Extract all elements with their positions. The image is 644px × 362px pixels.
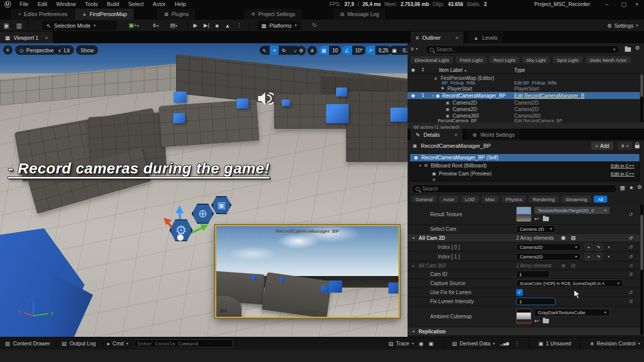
cat-all[interactable]: All (594, 196, 607, 203)
pick-actor-icon[interactable]: ⌖ (585, 253, 593, 260)
folder-icon[interactable] (625, 47, 631, 52)
show-dropdown[interactable]: Show (76, 45, 98, 55)
unsaved-button[interactable]: ▣ 1 Unsaved (538, 340, 571, 346)
tab-outliner[interactable]: ≡ Outliner × (411, 32, 463, 43)
perspective-dropdown[interactable]: ◇ Perspective (15, 45, 58, 55)
expand-chevron-icon[interactable]: ▾ (432, 94, 434, 98)
reset-icon[interactable]: ↺ (629, 290, 633, 295)
add-array-element-icon[interactable]: ⊕ (561, 235, 566, 241)
output-log-button[interactable]: ▤ Output Log (61, 340, 96, 346)
use-selected-asset-icon[interactable]: ↩ (534, 318, 539, 324)
menu-build[interactable]: Build (103, 0, 124, 9)
select-cam-dropdown[interactable]: Camera 2D ▾ (516, 225, 555, 233)
eyedropper-icon[interactable]: ✎ (595, 253, 603, 260)
play-button[interactable]: ▶ (190, 22, 200, 29)
content-import-icon[interactable]: ▥ (13, 22, 25, 29)
tab-plugins[interactable]: ▦Plugins (157, 9, 196, 20)
result-texture-thumbnail[interactable] (516, 207, 531, 222)
menu-file[interactable]: File (15, 0, 33, 9)
section-replication[interactable]: ▾ Replication (408, 327, 640, 336)
pick-actor-icon[interactable]: ⌖ (585, 243, 593, 251)
move-tool[interactable]: + (270, 46, 279, 55)
grid-snap-toggle[interactable]: ▦ (318, 46, 329, 55)
skip-button[interactable]: ▶| (201, 22, 212, 29)
rotation-snap-value[interactable]: 10° (352, 46, 366, 55)
cam-id-input[interactable] (516, 270, 549, 278)
cmd-dropdown[interactable]: ▸ Cmd ▾ (107, 340, 128, 346)
camera-speed-icon[interactable]: ▣ (389, 46, 399, 55)
recompile-icon[interactable]: ↻ (309, 22, 320, 29)
eject-button[interactable]: ▲ (222, 23, 233, 29)
menu-edit[interactable]: Edit (33, 0, 52, 9)
outliner-search[interactable]: ▾ (426, 45, 619, 54)
prop-all-cam-2d[interactable]: ▾ All Cam 2D 2 Array elements ⊕ ⊟ ↺ (408, 234, 640, 242)
clear-array-icon[interactable]: ⊟ (571, 262, 576, 269)
reset-icon[interactable]: ↺ (629, 235, 633, 241)
snapshot-icon[interactable]: ▣ (429, 340, 434, 346)
status-kebab-icon[interactable]: ⋮ (515, 340, 520, 346)
outliner-row-recordcameramanager[interactable]: ◉ ↧ ▾ ▣ RecordCameraManager_BP Edit Reco… (408, 92, 640, 99)
element-options-chevron[interactable]: ▾ (608, 254, 610, 259)
tab-levels[interactable]: ▲ Levels (468, 32, 503, 43)
use-selected-asset-icon[interactable]: ↩ (534, 216, 539, 222)
result-texture-dropdown[interactable]: TextureRenderTarget2D_0 ▾ (534, 207, 610, 214)
ambient-cubemap-dropdown[interactable]: GrayDarkTextureCube ▾ (534, 309, 610, 316)
maximize-button[interactable]: ▢ (617, 0, 631, 9)
rotate-tool[interactable]: ↻ (279, 46, 289, 55)
outliner-search-input[interactable] (436, 47, 611, 52)
use-fix-lumen-checkbox[interactable]: ✓ (516, 289, 523, 296)
select-tool[interactable]: ↖ (260, 46, 270, 55)
outliner-filter-button[interactable]: ≡ ▾ (411, 46, 418, 52)
stop-button[interactable]: ■ (212, 23, 222, 29)
display-options-icon[interactable]: ▦ (620, 185, 625, 191)
content-drawer-button[interactable]: ▥ Content Drawer (5, 340, 50, 346)
tab-editor-preferences[interactable]: ≡Editor Preferences (11, 9, 75, 20)
menu-select[interactable]: Select (124, 0, 148, 9)
pin-icon[interactable]: ↧ (421, 67, 425, 72)
speaker-icon[interactable] (257, 90, 274, 107)
insights-icon[interactable]: ◉ (419, 340, 423, 346)
add-array-element-icon[interactable]: ⊕ (561, 262, 566, 269)
cat-rendering[interactable]: Rendering (529, 196, 559, 203)
eyedropper-icon[interactable]: ✎ (595, 243, 603, 251)
edit-in-cpp-link[interactable]: Edit in C++ (611, 163, 634, 168)
edit-in-cpp-link[interactable]: Edit in C++ (611, 171, 634, 176)
expand-chevron-icon[interactable]: ▾ (419, 163, 421, 168)
prop-all-cam-360[interactable]: ▸ All Cam 360 1 Array element ⊕ ⊟ ↺ (408, 261, 640, 270)
network-bars-icon[interactable]: ▁▄▆ (500, 341, 510, 345)
eye-icon[interactable]: ◉ (411, 67, 415, 72)
viewport-tab[interactable]: ▦ Viewport 1 × (0, 32, 53, 43)
surface-snap-toggle[interactable]: ⋔ (307, 46, 317, 55)
index1-dropdown[interactable]: Camera2D ▾ (516, 253, 581, 260)
search-chevron-icon[interactable]: ▾ (613, 47, 615, 52)
grid-snap-value[interactable]: 10 (329, 46, 341, 55)
rotation-snap-toggle[interactable]: ∠ (342, 46, 352, 55)
reset-icon[interactable]: ↺ (629, 254, 633, 259)
cinematics-button[interactable]: ▤▾ (167, 22, 180, 29)
column-type[interactable]: Type (514, 67, 525, 73)
outliner-row-camera2d-1[interactable]: ▣ Camera2D Camera2D (408, 100, 640, 106)
scale-snap-toggle[interactable]: ↗ (365, 46, 375, 55)
lit-mode-dropdown[interactable]: ◐ Lit (54, 45, 74, 55)
reset-icon[interactable]: ↺ (629, 263, 633, 268)
details-close-icon[interactable]: × (454, 132, 457, 138)
eye-icon[interactable]: ◉ (411, 93, 415, 98)
save-icon[interactable]: ▣ (0, 22, 13, 29)
gizmo-origin[interactable] (177, 234, 184, 241)
outliner-scrollbar[interactable] (640, 74, 643, 122)
component-billboard-row[interactable]: ▾ ⚙ Billboard Root (Billboard) Edit in C… (410, 161, 639, 169)
clear-array-icon[interactable]: ⊟ (571, 235, 576, 241)
outliner-row-clipped-bottom[interactable]: RecordCamera_BP Edit RecordCamera_BP (408, 119, 640, 122)
component-self-row[interactable]: ▣ RecordCameraManager_BP (Self) (410, 154, 639, 161)
component-previewcam-row[interactable]: ▣ Preview Cam (Preview) Edit in C++ (410, 169, 639, 177)
menu-help[interactable]: Help (170, 0, 191, 9)
tab-world-settings[interactable]: ⊕ World Settings (467, 129, 520, 140)
blueprint-edit-dropdown[interactable]: ⋔ ▾ (618, 142, 632, 150)
chip-directional-light[interactable]: Directional Light (411, 56, 453, 63)
fix-lumen-intensity-input[interactable] (516, 298, 555, 305)
platforms-dropdown[interactable]: ▦ Platforms ▾ (257, 21, 301, 30)
minimize-button[interactable]: – (600, 0, 614, 9)
world-local-toggle[interactable]: ⊕ (296, 46, 306, 55)
reset-icon[interactable]: ↺ (629, 244, 633, 250)
component-clipped-row[interactable]: ⊕ (410, 177, 639, 182)
